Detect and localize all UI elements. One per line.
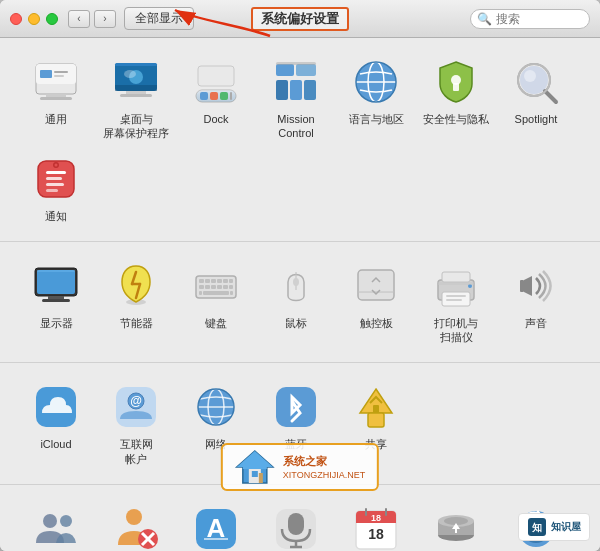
svg-rect-69 xyxy=(203,291,229,295)
internet-accounts-icon: @ xyxy=(110,381,162,433)
energy-label: 节能器 xyxy=(120,316,153,330)
svg-rect-46 xyxy=(46,189,58,192)
svg-rect-6 xyxy=(54,71,68,73)
forward-button[interactable]: › xyxy=(94,10,116,28)
users-icon-item[interactable]: 用户与群组 xyxy=(16,497,96,551)
svg-point-73 xyxy=(293,278,299,286)
nav-buttons: ‹ › xyxy=(68,10,116,28)
internet-accounts-icon-item[interactable]: @ 互联网 帐户 xyxy=(96,375,176,472)
watermark-zhishiwu: 知 知识屋 xyxy=(518,513,590,541)
printer-label: 打印机与 扫描仪 xyxy=(434,316,478,345)
keyboard-label: 键盘 xyxy=(205,316,227,330)
svg-rect-79 xyxy=(446,295,466,297)
keyboard-icon xyxy=(190,260,242,312)
general-label: 通用 xyxy=(45,112,67,126)
dock-icon-item[interactable]: Dock xyxy=(176,50,256,147)
startup-icon xyxy=(430,503,482,551)
svg-rect-51 xyxy=(42,299,70,302)
security-icon xyxy=(430,56,482,108)
energy-icon-item[interactable]: 节能器 xyxy=(96,254,176,351)
watermark2-icon: 知 xyxy=(527,517,547,537)
general-icon xyxy=(30,56,82,108)
network-icon xyxy=(190,381,242,433)
spotlight-icon xyxy=(510,56,562,108)
parental-icon-item[interactable]: 家长控制 xyxy=(96,497,176,551)
displays-icon xyxy=(30,260,82,312)
show-all-button[interactable]: 全部显示 xyxy=(124,7,194,30)
maximize-button[interactable] xyxy=(46,13,58,25)
svg-rect-49 xyxy=(37,270,75,272)
window-title: 系统偏好设置 xyxy=(251,7,349,31)
watermark-house-icon xyxy=(235,449,275,485)
hardware-icons-grid: 显示器 节能器 xyxy=(16,254,584,351)
mission-control-icon xyxy=(270,56,322,108)
svg-rect-14 xyxy=(115,85,157,91)
svg-rect-4 xyxy=(40,97,72,100)
svg-rect-70 xyxy=(199,291,202,295)
security-icon-item[interactable]: 安全性与隐私 xyxy=(416,50,496,147)
svg-rect-80 xyxy=(446,299,462,301)
svg-point-13 xyxy=(124,70,136,78)
minimize-button[interactable] xyxy=(28,13,40,25)
language-icon-item[interactable]: 语言与地区 xyxy=(336,50,416,147)
close-button[interactable] xyxy=(10,13,22,25)
keyboard-icon-item[interactable]: 键盘 xyxy=(176,254,256,351)
icloud-icon xyxy=(30,381,82,433)
svg-rect-63 xyxy=(199,285,204,289)
mission-control-icon-item[interactable]: Mission Control xyxy=(256,50,336,147)
parental-icon xyxy=(110,503,162,551)
sharing-icon xyxy=(350,381,402,433)
search-input[interactable] xyxy=(496,12,576,26)
desktop-icon-item[interactable]: 桌面与 屏幕保护程序 xyxy=(96,50,176,147)
system-section: 用户与群组 家长控制 xyxy=(0,485,600,551)
language-icon xyxy=(350,56,402,108)
displays-label: 显示器 xyxy=(40,316,73,330)
watermark-text-block: 系统之家 XITONGZHIJIA.NET xyxy=(283,454,365,479)
startup-icon-item[interactable]: 启动磁盘 xyxy=(416,497,496,551)
datetime-icon-item[interactable]: 18 18 日期与时间 xyxy=(336,497,416,551)
general-icon-item[interactable]: 通用 xyxy=(16,50,96,147)
svg-rect-57 xyxy=(199,279,204,283)
appstore-icon-item[interactable]: A App Store xyxy=(176,497,256,551)
notifications-icon-item[interactable]: 通知 xyxy=(16,147,96,229)
dictation-icon-item[interactable]: 听写与语音 xyxy=(256,497,336,551)
desktop-icon xyxy=(110,56,162,108)
traffic-lights xyxy=(10,13,58,25)
svg-rect-3 xyxy=(46,94,66,97)
internet-accounts-label: 互联网 帐户 xyxy=(120,437,153,466)
svg-rect-17 xyxy=(200,92,208,100)
svg-point-36 xyxy=(524,70,536,82)
svg-rect-106 xyxy=(288,513,304,535)
svg-rect-19 xyxy=(220,92,228,100)
desktop-label: 桌面与 屏幕保护程序 xyxy=(103,112,169,141)
svg-rect-44 xyxy=(46,177,62,180)
printer-icon-item[interactable]: 打印机与 扫描仪 xyxy=(416,254,496,351)
dictation-icon xyxy=(270,503,322,551)
trackpad-icon-item[interactable]: 触控板 xyxy=(336,254,416,351)
svg-rect-140 xyxy=(259,473,263,483)
search-box[interactable]: 🔍 xyxy=(470,9,590,29)
svg-text:18: 18 xyxy=(371,513,381,523)
mouse-icon xyxy=(270,260,322,312)
svg-marker-139 xyxy=(237,451,273,469)
svg-point-98 xyxy=(126,509,142,525)
users-icon xyxy=(30,503,82,551)
svg-rect-61 xyxy=(223,279,228,283)
back-button[interactable]: ‹ xyxy=(68,10,90,28)
spotlight-label: Spotlight xyxy=(515,112,558,126)
svg-rect-94 xyxy=(368,413,384,427)
displays-icon-item[interactable]: 显示器 xyxy=(16,254,96,351)
trackpad-icon xyxy=(350,260,402,312)
icloud-icon-item[interactable]: iCloud xyxy=(16,375,96,472)
svg-rect-77 xyxy=(442,272,470,282)
svg-rect-138 xyxy=(252,471,258,477)
spotlight-icon-item[interactable]: Spotlight xyxy=(496,50,576,147)
svg-rect-18 xyxy=(210,92,218,100)
svg-rect-7 xyxy=(54,75,64,77)
language-label: 语言与地区 xyxy=(349,112,404,126)
svg-rect-9 xyxy=(115,63,157,66)
sound-icon-item[interactable]: 声音 xyxy=(496,254,576,351)
svg-text:知: 知 xyxy=(531,522,542,533)
svg-rect-66 xyxy=(217,285,222,289)
mouse-icon-item[interactable]: 鼠标 xyxy=(256,254,336,351)
